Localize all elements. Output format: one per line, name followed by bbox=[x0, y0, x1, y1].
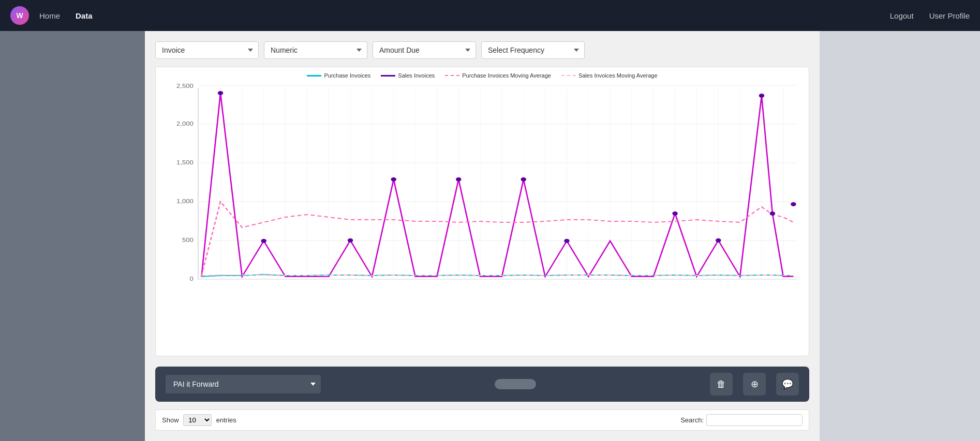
data-point bbox=[456, 177, 461, 181]
data-point bbox=[261, 239, 266, 243]
search-group: Search: bbox=[680, 414, 803, 426]
frequency-dropdown[interactable]: Select Frequency Daily Weekly Monthly bbox=[481, 41, 585, 59]
sales-invoices-label: Sales Invoices bbox=[398, 72, 435, 79]
entries-select[interactable]: 10 25 50 100 bbox=[183, 414, 212, 426]
data-point bbox=[672, 211, 677, 216]
purchase-invoices-label: Purchase Invoices bbox=[324, 72, 370, 79]
svg-text:1,500: 1,500 bbox=[176, 160, 194, 165]
move-button[interactable]: ⊕ bbox=[743, 373, 766, 396]
data-point bbox=[348, 238, 353, 242]
data-point bbox=[770, 211, 775, 216]
svg-text:500: 500 bbox=[182, 237, 194, 243]
purchase-invoices-legend-line bbox=[307, 75, 321, 77]
data-point bbox=[391, 177, 396, 181]
chart-container: Purchase Invoices Sales Invoices Purchas… bbox=[155, 67, 809, 356]
data-point bbox=[716, 238, 721, 242]
svg-text:0: 0 bbox=[189, 276, 194, 282]
metric-dropdown[interactable]: Numeric Percentage bbox=[264, 41, 367, 59]
nav-home[interactable]: Home bbox=[39, 11, 60, 20]
chart-legend: Purchase Invoices Sales Invoices Purchas… bbox=[161, 72, 804, 79]
sales-ma-label: Sales Invoices Moving Average bbox=[578, 72, 658, 79]
purchase-ma-label: Purchase Invoices Moving Average bbox=[462, 72, 551, 79]
field-dropdown[interactable]: Amount Due Amount Paid Balance bbox=[373, 41, 476, 59]
toolbar-indicator bbox=[495, 379, 536, 389]
company-dropdown[interactable]: PAI it Forward Company A Company B bbox=[166, 375, 321, 393]
entries-label: entries bbox=[216, 416, 236, 424]
search-label: Search: bbox=[680, 416, 704, 424]
legend-purchase-ma: Purchase Invoices Moving Average bbox=[445, 72, 551, 79]
data-point bbox=[564, 239, 569, 243]
chart-svg: 0 500 1,000 1,500 2,000 2,500 bbox=[161, 83, 804, 305]
chat-button[interactable]: 💬 bbox=[776, 373, 799, 396]
show-label: Show bbox=[162, 416, 179, 424]
legend-purchase-invoices: Purchase Invoices bbox=[307, 72, 370, 79]
data-point bbox=[759, 94, 764, 98]
purchase-ma-legend-line bbox=[445, 75, 459, 77]
bottom-toolbar: PAI it Forward Company A Company B 🗑 ⊕ 💬 bbox=[155, 367, 809, 402]
type-dropdown[interactable]: Invoice Bill Payment bbox=[155, 41, 259, 59]
nav-menu: Home Data bbox=[39, 11, 93, 20]
main-content: Invoice Bill Payment Numeric Percentage … bbox=[0, 31, 980, 441]
filters-row: Invoice Bill Payment Numeric Percentage … bbox=[155, 41, 809, 59]
delete-button[interactable]: 🗑 bbox=[710, 373, 733, 396]
sidebar-left bbox=[0, 31, 145, 441]
svg-text:2,000: 2,000 bbox=[176, 121, 194, 127]
brand-logo[interactable]: W bbox=[10, 6, 29, 25]
legend-sales-invoices: Sales Invoices bbox=[381, 72, 435, 79]
svg-text:1,000: 1,000 bbox=[176, 199, 194, 204]
data-point bbox=[521, 177, 526, 181]
nav-data[interactable]: Data bbox=[76, 11, 93, 20]
data-point bbox=[218, 91, 223, 95]
legend-sales-ma: Sales Invoices Moving Average bbox=[561, 72, 658, 79]
center-content: Invoice Bill Payment Numeric Percentage … bbox=[145, 31, 820, 441]
sales-ma-legend-line bbox=[561, 75, 576, 77]
svg-text:2,500: 2,500 bbox=[176, 83, 194, 89]
sales-invoices-line bbox=[201, 93, 793, 277]
user-profile-link[interactable]: User Profile bbox=[929, 11, 970, 20]
navbar-right: Logout User Profile bbox=[890, 11, 970, 20]
search-input[interactable] bbox=[706, 414, 803, 426]
sales-invoices-legend-line bbox=[381, 75, 395, 77]
data-point bbox=[791, 202, 796, 206]
sidebar-right bbox=[820, 31, 980, 441]
logout-link[interactable]: Logout bbox=[890, 11, 914, 20]
table-controls-row: Show 10 25 50 100 entries Search: bbox=[155, 409, 809, 431]
navbar: W Home Data Logout User Profile bbox=[0, 0, 980, 31]
show-entries-left: Show 10 25 50 100 entries bbox=[162, 414, 236, 426]
